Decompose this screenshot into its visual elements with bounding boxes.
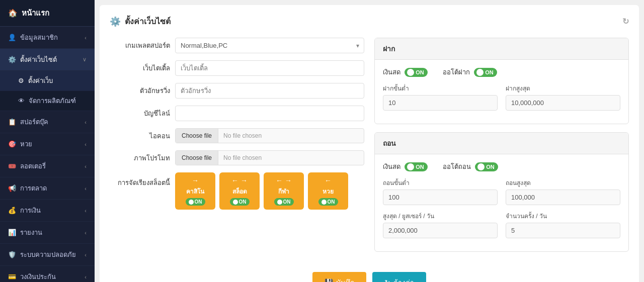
sidebar-item-sportbook[interactable]: 📋 สปอร์ตบุ๊ค ‹ — [0, 111, 95, 133]
save-button[interactable]: 💾 บันทึก — [312, 272, 366, 282]
sort-btn-huay[interactable]: ← หวย ON — [308, 172, 348, 210]
lottery-icon: 🎯 — [8, 140, 16, 148]
withdraw-auto-toggle[interactable]: ON — [475, 162, 498, 171]
chevron-right-icon2: ‹ — [85, 119, 87, 125]
sidebar: 🏠 หน้าแรก 👤 ข้อมูลสมาชิก ‹ ⚙️ ตั้งค่าเว็… — [0, 0, 95, 282]
sidebar-label-security: ระบบความปลอดภัย — [20, 249, 76, 260]
sidebar-item-website-settings[interactable]: ⚙️ ตั้งค่าเว็บไซต์ ∨ — [0, 49, 95, 71]
huay-arrow-icon: ← — [325, 176, 332, 184]
withdraw-min-field: ถอนขั้นต่ำ — [383, 178, 498, 205]
huay-toggle[interactable]: ON — [318, 198, 338, 206]
circle-icon: ⚙ — [18, 77, 24, 84]
promo-file-name: No file chosen — [218, 151, 267, 165]
huay-label: หวย — [323, 186, 334, 196]
withdraw-daily-count-label: จำนวนครั้ง / วัน — [506, 211, 620, 221]
ticker-input[interactable] — [175, 83, 364, 99]
withdraw-cash-toggle[interactable]: ON — [405, 162, 428, 171]
banner-input[interactable] — [175, 106, 364, 121]
deposit-max-field: ฝากสูงสุด — [506, 83, 620, 111]
sidebar-item-finance[interactable]: 💰 การเงิน ‹ — [0, 200, 95, 222]
withdraw-panel-header: ถอน — [375, 133, 628, 154]
url-input[interactable] — [175, 60, 364, 76]
sidebar-item-marketing[interactable]: 📢 การตลาด ‹ — [0, 177, 95, 200]
page-title: ตั้งค่าเว็บไซต์ — [125, 15, 171, 28]
sidebar-label-member: ข้อมูลสมาชิก — [20, 32, 58, 43]
withdraw-panel-body: เงินสด ON ออโต้ถอน — [375, 154, 628, 251]
icon-label: ไอคอน — [110, 131, 170, 141]
withdraw-min-max-row: ถอนขั้นต่ำ ถอนสูงสุด — [383, 178, 620, 205]
withdraw-daily-count-input[interactable] — [506, 223, 620, 238]
deposit-auto-toggle-dot — [476, 69, 484, 76]
page-title-row: ⚙️ ตั้งค่าเว็บไซต์ ↻ — [110, 15, 629, 28]
settings-icon: ⚙️ — [8, 56, 16, 63]
deposit-cash-toggle[interactable]: ON — [405, 68, 428, 77]
slot-toggle[interactable]: ON — [230, 198, 250, 206]
chevron-right-icon4: ‹ — [85, 163, 87, 169]
sidebar-sub-item-product-management[interactable]: 👁 จัดการผลิตภัณฑ์ — [0, 91, 95, 111]
deposit-auto-toggle[interactable]: ON — [474, 68, 497, 77]
sidebar-label-lotto: ลอตเตอรี่ — [20, 161, 46, 171]
withdraw-daily-max-label: สูงสุด / ยูสเซอร์ / วัน — [383, 211, 498, 221]
save-icon: 💾 — [325, 278, 333, 282]
theme-select[interactable]: Normal,Blue,PC — [175, 38, 364, 53]
chevron-right-icon5: ‹ — [85, 185, 87, 192]
withdraw-cash-toggle-dot — [407, 163, 414, 170]
refresh-page-icon[interactable]: ↻ — [622, 17, 629, 26]
icon-file-wrapper: Choose file No file chosen — [175, 128, 364, 143]
sidebar-item-lottery[interactable]: 🎯 หวย ‹ — [0, 133, 95, 155]
sidebar-item-lotto[interactable]: 🎟️ ลอตเตอรี่ ‹ — [0, 155, 95, 177]
sort-btn-casino[interactable]: → คาสิโน ON — [175, 172, 215, 210]
withdraw-daily-row: สูงสุด / ยูสเซอร์ / วัน จำนวนครั้ง / วัน — [383, 211, 620, 238]
casino-toggle[interactable]: ON — [186, 198, 205, 206]
withdraw-auto-field: ออโต้ถอน ON — [443, 161, 498, 172]
promo-choose-file-button[interactable]: Choose file — [176, 151, 218, 165]
ticker-label: ตัวอักษรวิ่ง — [110, 85, 170, 96]
sidebar-sub-item-web-settings[interactable]: ⚙ ตั้งค่าเว็บ — [0, 71, 95, 91]
huay-toggle-dot — [321, 200, 327, 205]
sidebar-item-reports[interactable]: 📊 รายงาน ‹ — [0, 222, 95, 244]
kifa-toggle-text: ON — [283, 199, 291, 205]
clear-button[interactable]: ↻ ล้างค่า — [372, 272, 426, 282]
chevron-right-icon8: ‹ — [85, 252, 87, 258]
withdraw-min-input[interactable] — [383, 190, 498, 205]
theme-row: เกมเพลตสปอร์ต Normal,Blue,PC ▾ — [110, 38, 364, 53]
sidebar-item-insurance[interactable]: 💳 วงเงินประกัน ‹ — [0, 266, 95, 282]
form-section: เกมเพลตสปอร์ต Normal,Blue,PC ▾ เว็บไตเติ… — [110, 38, 364, 260]
sportbook-icon: 📋 — [8, 118, 16, 126]
sidebar-item-member-info[interactable]: 👤 ข้อมูลสมาชิก ‹ — [0, 27, 95, 49]
icon-row: ไอคอน Choose file No file chosen — [110, 128, 364, 143]
page-container: ⚙️ ตั้งค่าเว็บไซต์ ↻ เกมเพลตสปอร์ต Norma… — [100, 5, 639, 282]
sidebar-item-security[interactable]: 🛡️ ระบบความปลอดภัย ‹ — [0, 244, 95, 266]
sidebar-label-lottery: หวย — [20, 139, 32, 149]
deposit-toggles-row: เงินสด ON ออโต้ฝาก — [383, 67, 620, 77]
save-label: บันทึก — [336, 277, 354, 282]
sort-btn-slot[interactable]: ← → สล็อด ON — [219, 172, 260, 210]
icon-file-name: No file chosen — [218, 129, 267, 143]
sidebar-header[interactable]: 🏠 หน้าแรก — [0, 0, 95, 27]
deposit-cash-field: เงินสด ON — [383, 67, 428, 77]
deposit-cash-toggle-dot — [407, 69, 414, 76]
security-icon: 🛡️ — [8, 251, 16, 258]
deposit-panel-body: เงินสด ON ออโต้ฝาก — [375, 60, 628, 124]
deposit-min-input[interactable] — [383, 95, 498, 111]
form-panels-wrapper: เกมเพลตสปอร์ต Normal,Blue,PC ▾ เว็บไตเติ… — [110, 38, 629, 260]
deposit-min-max-row: ฝากขั้นต่ำ ฝากสูงสุด — [383, 83, 620, 111]
deposit-max-input[interactable] — [506, 95, 620, 111]
banner-row: บัญชีไลน์ — [110, 106, 364, 121]
sort-label: การจัดเรียงสล็อตนี้ — [110, 172, 170, 188]
deposit-max-label: ฝากสูงสุด — [506, 83, 620, 93]
chevron-right-icon3: ‹ — [85, 141, 87, 147]
url-row: เว็บไตเติ้ล — [110, 60, 364, 76]
withdraw-max-input[interactable] — [506, 190, 620, 205]
slot-toggle-dot — [233, 200, 238, 205]
withdraw-cash-toggle-text: ON — [416, 164, 424, 170]
withdraw-daily-max-input[interactable] — [383, 223, 498, 238]
deposit-min-label: ฝากขั้นต่ำ — [383, 83, 498, 93]
sort-btn-kifa[interactable]: ← → กีฬา ON — [264, 172, 304, 210]
chevron-right-icon7: ‹ — [85, 230, 87, 236]
deposit-auto-field: ออโต้ฝาก ON — [443, 67, 497, 77]
withdraw-auto-label: ออโต้ถอน — [443, 161, 471, 172]
kifa-toggle[interactable]: ON — [274, 198, 294, 206]
ticker-row: ตัวอักษรวิ่ง — [110, 83, 364, 99]
icon-choose-file-button[interactable]: Choose file — [176, 129, 218, 143]
